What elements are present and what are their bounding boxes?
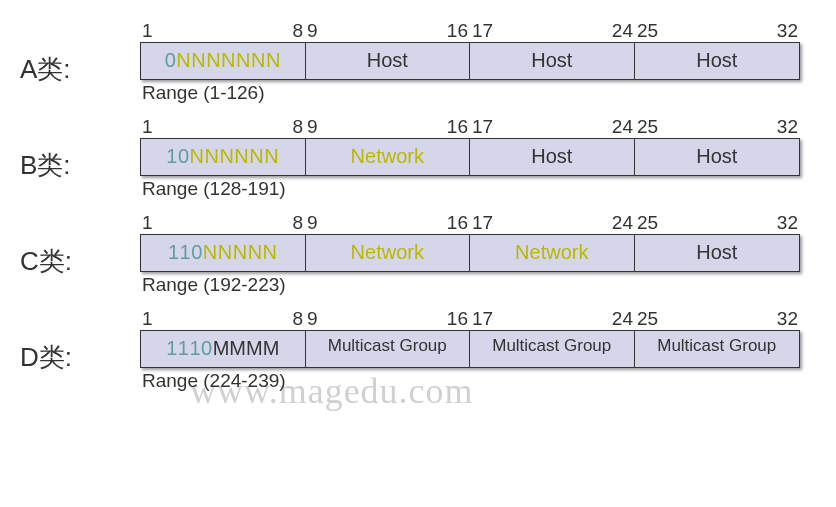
class-d-row: D类: 18 916 1724 2532 1110MMMM Multicast … — [20, 308, 816, 392]
bit-24: 24 — [612, 20, 633, 42]
bit-32: 32 — [777, 308, 798, 330]
class-d-oct4: Multicast Group — [635, 331, 800, 367]
class-a-oct2: Host — [306, 43, 471, 79]
bit-ruler: 18 916 1724 2532 — [140, 116, 800, 138]
bit-1: 1 — [142, 116, 153, 138]
class-b-oct1: 10NNNNNN — [141, 139, 306, 175]
class-d-oct1: 1110MMMM — [141, 331, 306, 367]
class-c-range: Range (192-223) — [140, 272, 800, 296]
bit-16: 16 — [447, 212, 468, 234]
bit-9: 9 — [307, 308, 318, 330]
bit-9: 9 — [307, 212, 318, 234]
class-b-octets: 10NNNNNN Network Host Host — [140, 138, 800, 176]
bit-24: 24 — [612, 212, 633, 234]
bit-32: 32 — [777, 116, 798, 138]
class-c-label: C类: — [20, 230, 140, 279]
class-d-range: Range (224-239) — [140, 368, 800, 392]
class-b-oct2: Network — [306, 139, 471, 175]
class-d-label: D类: — [20, 326, 140, 375]
bit-16: 16 — [447, 116, 468, 138]
bit-ruler: 18 916 1724 2532 — [140, 20, 800, 42]
class-a-oct3: Host — [470, 43, 635, 79]
class-a-row: A类: 18 916 1724 2532 0NNNNNNN Host Host … — [20, 20, 816, 104]
bit-ruler: 18 916 1724 2532 — [140, 212, 800, 234]
class-b-oct3: Host — [470, 139, 635, 175]
class-a-block: 18 916 1724 2532 0NNNNNNN Host Host Host… — [140, 20, 800, 104]
bit-25: 25 — [637, 116, 658, 138]
bit-17: 17 — [472, 308, 493, 330]
bit-16: 16 — [447, 20, 468, 42]
class-a-range: Range (1-126) — [140, 80, 800, 104]
class-c-oct2: Network — [306, 235, 471, 271]
class-b-range: Range (128-191) — [140, 176, 800, 200]
bit-ruler: 18 916 1724 2532 — [140, 308, 800, 330]
class-a-oct4: Host — [635, 43, 800, 79]
bit-17: 17 — [472, 212, 493, 234]
class-a-label: A类: — [20, 38, 140, 87]
bit-8: 8 — [292, 116, 303, 138]
class-c-block: 18 916 1724 2532 110NNNNN Network Networ… — [140, 212, 800, 296]
class-d-block: 18 916 1724 2532 1110MMMM Multicast Grou… — [140, 308, 800, 392]
class-a-prefix: 0 — [165, 49, 177, 71]
bit-16: 16 — [447, 308, 468, 330]
bit-24: 24 — [612, 116, 633, 138]
class-c-netbits: NNNNN — [203, 241, 278, 263]
bit-8: 8 — [292, 308, 303, 330]
class-b-oct4: Host — [635, 139, 800, 175]
class-b-block: 18 916 1724 2532 10NNNNNN Network Host H… — [140, 116, 800, 200]
bit-17: 17 — [472, 116, 493, 138]
bit-1: 1 — [142, 212, 153, 234]
class-d-prefix: 1110 — [166, 337, 213, 359]
bit-17: 17 — [472, 20, 493, 42]
class-c-prefix: 110 — [168, 241, 203, 263]
class-b-netbits: NNNNNN — [190, 145, 280, 167]
class-d-mbits: MMMM — [213, 337, 280, 359]
class-a-oct1: 0NNNNNNN — [141, 43, 306, 79]
class-d-oct2: Multicast Group — [306, 331, 471, 367]
bit-24: 24 — [612, 308, 633, 330]
bit-32: 32 — [777, 20, 798, 42]
bit-1: 1 — [142, 20, 153, 42]
class-a-netbits: NNNNNNN — [176, 49, 281, 71]
bit-8: 8 — [292, 20, 303, 42]
bit-8: 8 — [292, 212, 303, 234]
bit-25: 25 — [637, 212, 658, 234]
class-d-oct3: Multicast Group — [470, 331, 635, 367]
bit-9: 9 — [307, 116, 318, 138]
class-c-oct1: 110NNNNN — [141, 235, 306, 271]
bit-25: 25 — [637, 308, 658, 330]
class-c-oct3: Network — [470, 235, 635, 271]
class-a-octets: 0NNNNNNN Host Host Host — [140, 42, 800, 80]
class-b-prefix: 10 — [166, 145, 189, 167]
class-b-label: B类: — [20, 134, 140, 183]
class-c-row: C类: 18 916 1724 2532 110NNNNN Network Ne… — [20, 212, 816, 296]
bit-25: 25 — [637, 20, 658, 42]
bit-32: 32 — [777, 212, 798, 234]
class-c-octets: 110NNNNN Network Network Host — [140, 234, 800, 272]
class-d-octets: 1110MMMM Multicast Group Multicast Group… — [140, 330, 800, 368]
bit-1: 1 — [142, 308, 153, 330]
class-c-oct4: Host — [635, 235, 800, 271]
class-b-row: B类: 18 916 1724 2532 10NNNNNN Network Ho… — [20, 116, 816, 200]
bit-9: 9 — [307, 20, 318, 42]
